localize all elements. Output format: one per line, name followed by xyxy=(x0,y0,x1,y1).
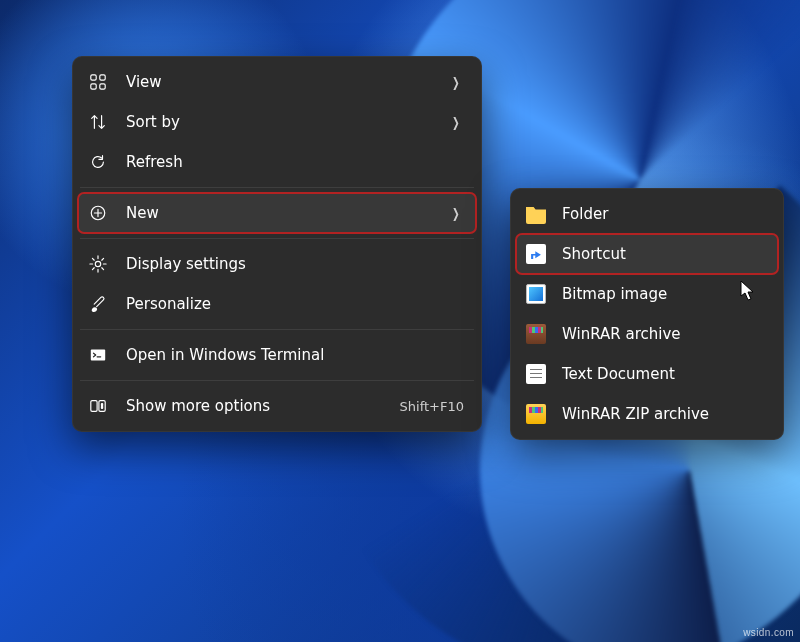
svg-point-5 xyxy=(95,261,100,266)
menu-separator xyxy=(80,187,474,188)
menu-separator xyxy=(80,329,474,330)
menu-item-view[interactable]: View ❯ xyxy=(78,62,476,102)
submenu-item-label: Text Document xyxy=(562,365,766,383)
desktop-context-menu: View ❯ Sort by ❯ Refresh New ❯ Display s… xyxy=(72,56,482,432)
svg-rect-3 xyxy=(100,84,105,89)
brush-icon xyxy=(88,294,108,314)
menu-item-new[interactable]: New ❯ xyxy=(78,193,476,233)
svg-rect-2 xyxy=(91,84,96,89)
mouse-cursor xyxy=(740,280,756,302)
submenu-item-label: Folder xyxy=(562,205,766,223)
submenu-item-label: WinRAR ZIP archive xyxy=(562,405,766,423)
submenu-item-winrar[interactable]: WinRAR archive xyxy=(516,314,778,354)
menu-item-label: Sort by xyxy=(126,113,450,131)
text-document-icon xyxy=(526,364,546,384)
svg-point-11 xyxy=(101,407,102,408)
chevron-right-icon: ❯ xyxy=(452,116,462,129)
folder-icon xyxy=(526,204,546,224)
menu-item-accelerator: Shift+F10 xyxy=(400,399,464,414)
submenu-item-label: Bitmap image xyxy=(562,285,766,303)
svg-rect-1 xyxy=(100,75,105,80)
menu-separator xyxy=(80,380,474,381)
gear-icon xyxy=(88,254,108,274)
menu-item-open-terminal[interactable]: Open in Windows Terminal xyxy=(78,335,476,375)
terminal-icon xyxy=(88,345,108,365)
svg-rect-0 xyxy=(91,75,96,80)
more-options-icon xyxy=(88,396,108,416)
menu-item-label: Personalize xyxy=(126,295,464,313)
menu-item-label: Open in Windows Terminal xyxy=(126,346,464,364)
shortcut-icon xyxy=(526,244,546,264)
submenu-item-folder[interactable]: Folder xyxy=(516,194,778,234)
submenu-item-label: Shortcut xyxy=(562,245,766,263)
svg-rect-6 xyxy=(91,350,105,361)
submenu-item-text-document[interactable]: Text Document xyxy=(516,354,778,394)
plus-circle-icon xyxy=(88,203,108,223)
menu-item-label: New xyxy=(126,204,450,222)
menu-item-sort-by[interactable]: Sort by ❯ xyxy=(78,102,476,142)
menu-item-refresh[interactable]: Refresh xyxy=(78,142,476,182)
refresh-icon xyxy=(88,152,108,172)
menu-item-label: Refresh xyxy=(126,153,464,171)
submenu-item-shortcut[interactable]: Shortcut xyxy=(516,234,778,274)
view-icon xyxy=(88,72,108,92)
svg-rect-7 xyxy=(91,401,97,412)
submenu-item-bitmap[interactable]: Bitmap image xyxy=(516,274,778,314)
bitmap-icon xyxy=(526,284,546,304)
submenu-item-winrar-zip[interactable]: WinRAR ZIP archive xyxy=(516,394,778,434)
menu-item-label: View xyxy=(126,73,450,91)
menu-item-personalize[interactable]: Personalize xyxy=(78,284,476,324)
menu-item-display-settings[interactable]: Display settings xyxy=(78,244,476,284)
submenu-item-label: WinRAR archive xyxy=(562,325,766,343)
menu-item-show-more[interactable]: Show more options Shift+F10 xyxy=(78,386,476,426)
chevron-right-icon: ❯ xyxy=(452,207,462,220)
winrar-icon xyxy=(526,324,546,344)
watermark: wsidn.com xyxy=(743,627,794,638)
menu-item-label: Show more options xyxy=(126,397,400,415)
menu-item-label: Display settings xyxy=(126,255,464,273)
sort-icon xyxy=(88,112,108,132)
winrar-zip-icon xyxy=(526,404,546,424)
chevron-right-icon: ❯ xyxy=(452,76,462,89)
new-submenu: Folder Shortcut Bitmap image WinRAR arch… xyxy=(510,188,784,440)
menu-separator xyxy=(80,238,474,239)
